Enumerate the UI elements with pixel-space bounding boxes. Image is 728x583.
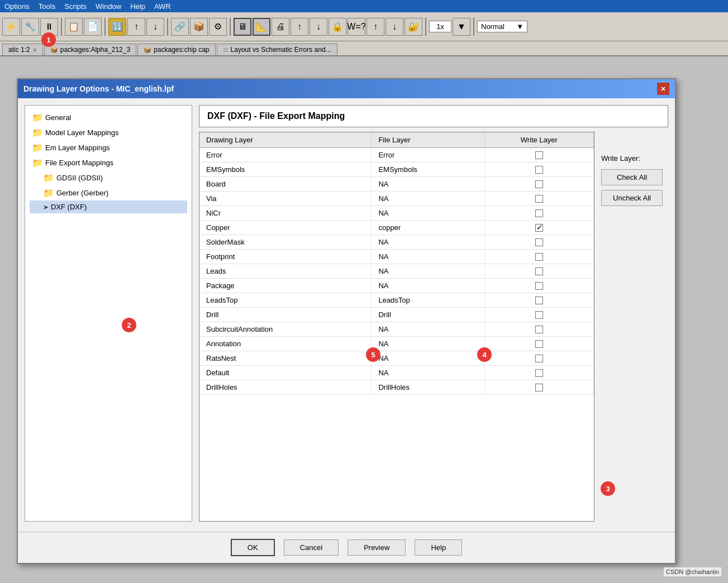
folder-icon-em: 📁 bbox=[32, 142, 43, 153]
menu-window[interactable]: Window bbox=[96, 2, 121, 11]
toolbar-btn-15[interactable]: ↑ bbox=[291, 18, 308, 36]
toolbar-btn-10[interactable]: 📦 bbox=[190, 18, 208, 36]
ok-button[interactable]: OK bbox=[231, 539, 275, 556]
toolbar-btn-19[interactable]: ↑ bbox=[367, 18, 384, 36]
cell-write-layer-12[interactable] bbox=[484, 322, 593, 337]
preview-button[interactable]: Preview bbox=[348, 539, 406, 556]
tab-chip[interactable]: 📦 packages:chip cap bbox=[137, 44, 215, 55]
toolbar-btn-12[interactable]: 🖥 bbox=[234, 18, 251, 36]
checkbox-13[interactable] bbox=[535, 340, 543, 348]
tab-alpha[interactable]: 📦 packages:Alpha_212_3 bbox=[44, 44, 136, 55]
toolbar-btn-6[interactable]: 🔢 bbox=[108, 18, 126, 36]
checkbox-7[interactable] bbox=[535, 253, 543, 261]
checkbox-10[interactable] bbox=[535, 297, 543, 304]
tree-item-model-layer[interactable]: 📁 Model Layer Mappings bbox=[30, 125, 187, 140]
table-wrapper: Drawing Layer File Layer Write Layer Err… bbox=[199, 132, 594, 522]
checkbox-6[interactable] bbox=[535, 238, 543, 246]
checkbox-4[interactable] bbox=[535, 209, 543, 217]
tab-atic-close[interactable]: ✕ bbox=[32, 47, 37, 53]
table-row: SubcircuitAnnotation NA bbox=[199, 322, 594, 337]
dialog-close-button[interactable]: × bbox=[657, 83, 669, 95]
cell-write-layer-10[interactable] bbox=[484, 293, 593, 308]
cell-write-layer-5[interactable] bbox=[484, 221, 593, 235]
toolbar-btn-5[interactable]: 📄 bbox=[84, 18, 102, 36]
cancel-button[interactable]: Cancel bbox=[284, 539, 339, 556]
mapping-title: DXF (DXF) - File Export Mapping bbox=[207, 111, 345, 121]
tree-item-dxf[interactable]: ➤ DXF (DXF) bbox=[30, 200, 187, 213]
cell-write-layer-4[interactable] bbox=[484, 206, 593, 221]
cell-file-layer-2: NA bbox=[372, 177, 484, 192]
cell-write-layer-11[interactable] bbox=[484, 308, 593, 322]
tree-item-em-layer[interactable]: 📁 Em Layer Mappings bbox=[30, 140, 187, 155]
toolbar-btn-1[interactable]: ⚡ bbox=[2, 18, 20, 36]
cell-drawing-layer-15: Default bbox=[199, 366, 372, 380]
menu-awr[interactable]: AWR bbox=[154, 2, 171, 11]
folder-icon-gdsii: 📁 bbox=[43, 173, 54, 183]
checkbox-16[interactable] bbox=[535, 384, 543, 391]
toolbar-btn-17[interactable]: 🔒 bbox=[329, 18, 346, 36]
cell-write-layer-6[interactable] bbox=[484, 235, 593, 250]
toolbar-btn-7[interactable]: ↑ bbox=[127, 18, 145, 36]
toolbar-btn-11[interactable]: ⚙ bbox=[209, 18, 227, 36]
uncheck-all-button[interactable]: Uncheck All bbox=[601, 190, 663, 206]
mode-dropdown[interactable]: Normal ▼ bbox=[477, 21, 527, 32]
checkbox-9[interactable] bbox=[535, 282, 543, 290]
toolbar-btn-2[interactable]: 🔧 bbox=[21, 18, 39, 36]
zoom-input[interactable]: 1x bbox=[429, 21, 451, 32]
toolbar-btn-3[interactable]: ⏸ bbox=[40, 18, 58, 36]
cell-write-layer-8[interactable] bbox=[484, 264, 593, 279]
cell-write-layer-14[interactable] bbox=[484, 351, 593, 366]
cell-write-layer-7[interactable] bbox=[484, 250, 593, 264]
checkbox-8[interactable] bbox=[535, 267, 543, 275]
cell-write-layer-1[interactable] bbox=[484, 163, 593, 177]
toolbar-btn-8[interactable]: ↓ bbox=[146, 18, 164, 36]
checkbox-2[interactable] bbox=[535, 180, 543, 188]
tree-item-gdsii[interactable]: 📁 GDSII (GDSII) bbox=[30, 170, 187, 185]
tree-item-file-export[interactable]: 📁 File Export Mappings bbox=[30, 155, 187, 170]
table-row: Footprint NA bbox=[199, 250, 594, 264]
toolbar-btn-4[interactable]: 📋 bbox=[65, 18, 83, 36]
checkbox-0[interactable] bbox=[535, 151, 543, 159]
checkbox-14[interactable] bbox=[535, 355, 543, 362]
tree-label-gdsii: GDSII (GDSII) bbox=[56, 174, 103, 182]
checkbox-3[interactable] bbox=[535, 195, 543, 203]
cell-write-layer-2[interactable] bbox=[484, 177, 593, 192]
zoom-dropdown-btn[interactable]: ▼ bbox=[453, 18, 470, 36]
folder-icon-export: 📁 bbox=[32, 157, 43, 168]
checkbox-12[interactable] bbox=[535, 326, 543, 333]
tab-chip-icon: 📦 bbox=[144, 46, 151, 54]
toolbar-btn-9[interactable]: 🔗 bbox=[171, 18, 189, 36]
mapping-table: Drawing Layer File Layer Write Layer Err… bbox=[199, 132, 594, 395]
cell-write-layer-16[interactable] bbox=[484, 380, 593, 395]
cell-write-layer-15[interactable] bbox=[484, 366, 593, 380]
cell-write-layer-13[interactable] bbox=[484, 337, 593, 351]
checkbox-15[interactable] bbox=[535, 369, 543, 377]
menu-options[interactable]: Options bbox=[4, 2, 30, 11]
dialog-title-bar: Drawing Layer Options - MIC_english.lpf … bbox=[18, 79, 675, 98]
tree-item-general[interactable]: 📁 General bbox=[30, 110, 187, 125]
toolbar-btn-18[interactable]: W=? bbox=[348, 18, 365, 36]
toolbar-btn-21[interactable]: 🔐 bbox=[405, 18, 422, 36]
toolbar-btn-16[interactable]: ↓ bbox=[310, 18, 327, 36]
cell-write-layer-9[interactable] bbox=[484, 279, 593, 293]
toolbar-btn-20[interactable]: ↓ bbox=[386, 18, 403, 36]
tree-label-dxf: DXF (DXF) bbox=[51, 203, 87, 211]
tree-item-gerber[interactable]: 📁 Gerber (Gerber) bbox=[30, 185, 187, 200]
menu-tools[interactable]: Tools bbox=[39, 2, 55, 11]
cell-write-layer-0[interactable] bbox=[484, 148, 593, 163]
menu-scripts[interactable]: Scripts bbox=[64, 2, 87, 11]
tab-layout[interactable]: ⚖ Layout vs Schematic Errors and... bbox=[217, 44, 337, 55]
menu-help[interactable]: Help bbox=[130, 2, 145, 11]
tab-atic[interactable]: atic 1:2 ✕ bbox=[2, 44, 43, 55]
toolbar: ⚡ 🔧 ⏸ 📋 📄 🔢 ↑ ↓ 🔗 📦 ⚙ 🖥 📐 🖨 ↑ ↓ 🔒 W=? ↑ … bbox=[0, 12, 728, 41]
toolbar-sep-5 bbox=[425, 18, 426, 36]
checkbox-11[interactable] bbox=[535, 311, 543, 319]
check-all-button[interactable]: Check All bbox=[601, 169, 663, 185]
mapping-header: DXF (DXF) - File Export Mapping bbox=[199, 105, 668, 127]
checkbox-5[interactable] bbox=[535, 224, 543, 232]
toolbar-btn-14[interactable]: 🖨 bbox=[272, 18, 289, 36]
cell-write-layer-3[interactable] bbox=[484, 192, 593, 206]
help-button[interactable]: Help bbox=[415, 539, 462, 556]
checkbox-1[interactable] bbox=[535, 166, 543, 174]
toolbar-btn-13[interactable]: 📐 bbox=[253, 18, 270, 36]
